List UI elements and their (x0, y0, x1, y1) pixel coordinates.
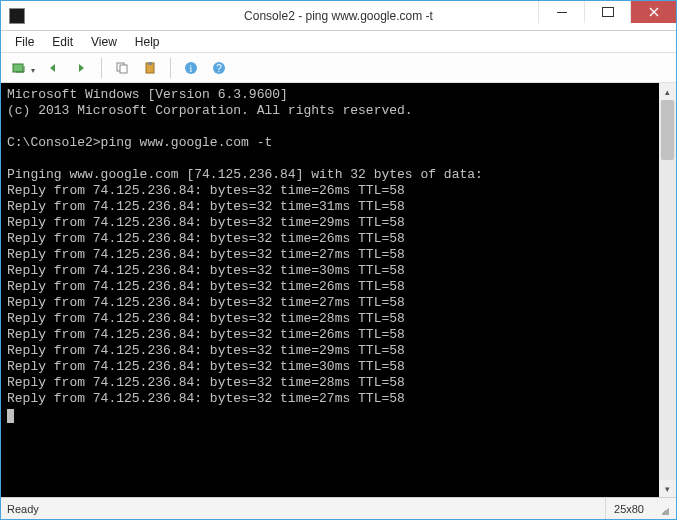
copy-button[interactable] (110, 57, 134, 79)
new-tab-button[interactable] (7, 57, 31, 79)
paste-button[interactable] (138, 57, 162, 79)
console-output[interactable]: Microsoft Windows [Version 6.3.9600] (c)… (1, 83, 659, 497)
info-button[interactable]: i (179, 57, 203, 79)
scroll-up-arrow[interactable]: ▴ (659, 83, 676, 100)
window-buttons (538, 1, 676, 30)
copy-icon (115, 61, 129, 75)
svg-rect-2 (120, 65, 127, 73)
menu-edit[interactable]: Edit (44, 33, 81, 51)
menu-file[interactable]: File (7, 33, 42, 51)
svg-rect-4 (148, 62, 152, 65)
cursor (7, 409, 14, 423)
new-tab-dropdown[interactable] (31, 59, 37, 77)
statusbar: Ready 25x80 (1, 497, 676, 519)
arrow-left-icon (47, 62, 59, 74)
prev-tab-button[interactable] (41, 57, 65, 79)
close-button[interactable] (630, 1, 676, 23)
paste-icon (143, 61, 157, 75)
info-icon: i (184, 61, 198, 75)
app-icon (9, 8, 25, 24)
toolbar-separator (170, 58, 171, 78)
scroll-thumb[interactable] (661, 100, 674, 160)
resize-grip-icon[interactable] (656, 502, 670, 516)
help-icon: ? (212, 61, 226, 75)
status-dims: 25x80 (605, 498, 652, 519)
status-ready: Ready (7, 503, 39, 515)
toolbar: i ? (1, 53, 676, 83)
svg-rect-0 (13, 64, 23, 72)
arrow-right-icon (75, 62, 87, 74)
scroll-track[interactable] (659, 100, 676, 480)
next-tab-button[interactable] (69, 57, 93, 79)
new-tab-icon (12, 61, 26, 75)
menu-help[interactable]: Help (127, 33, 168, 51)
menu-view[interactable]: View (83, 33, 125, 51)
help-button[interactable]: ? (207, 57, 231, 79)
svg-text:i: i (190, 63, 193, 74)
menubar: File Edit View Help (1, 31, 676, 53)
console-area: Microsoft Windows [Version 6.3.9600] (c)… (1, 83, 676, 497)
svg-text:?: ? (216, 63, 222, 74)
titlebar[interactable]: Console2 - ping www.google.com -t (1, 1, 676, 31)
vertical-scrollbar[interactable]: ▴ ▾ (659, 83, 676, 497)
maximize-button[interactable] (584, 1, 630, 23)
minimize-button[interactable] (538, 1, 584, 23)
toolbar-separator (101, 58, 102, 78)
scroll-down-arrow[interactable]: ▾ (659, 480, 676, 497)
